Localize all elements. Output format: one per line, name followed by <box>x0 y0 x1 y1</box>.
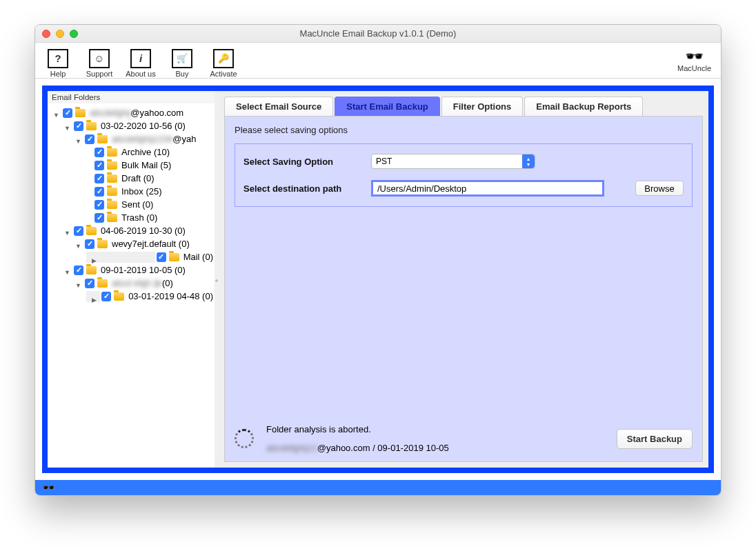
tree-leaf[interactable]: Draft (0) <box>49 172 213 185</box>
disclosure-icon[interactable] <box>64 227 72 235</box>
folder-icon <box>86 227 97 235</box>
checkbox[interactable] <box>85 134 94 144</box>
tree-leaf[interactable]: Sent (0) <box>49 198 213 211</box>
checkbox[interactable] <box>94 213 104 223</box>
app-window: MacUncle Email Backup v1.0.1 (Demo) ? He… <box>34 24 722 496</box>
disclosure-icon[interactable] <box>75 135 83 143</box>
checkbox[interactable] <box>74 266 83 275</box>
activate-button[interactable]: 🔑 Activate <box>206 43 241 78</box>
main-frame: Email Folders abcdefghij@yahoo.com 03-02… <box>42 86 714 473</box>
checkbox[interactable] <box>63 108 72 118</box>
select-stepper-icon <box>522 154 535 168</box>
toolbar: ? Help ☺ Support i About us 🛒 Buy 🔑 Acti… <box>35 43 721 79</box>
disclosure-icon[interactable] <box>75 240 83 248</box>
folder-tree[interactable]: abcdefghij@yahoo.com 03-02-2020 10-56 (0… <box>48 103 215 468</box>
folder-icon <box>97 240 108 248</box>
folder-icon <box>97 135 108 143</box>
info-icon: i <box>130 49 151 68</box>
checkbox[interactable] <box>94 187 104 197</box>
status-area: Folder analysis is aborted. abcdefghij12… <box>235 417 693 453</box>
help-icon: ? <box>48 49 68 68</box>
checkbox[interactable] <box>94 148 104 157</box>
checkbox[interactable] <box>157 252 166 262</box>
key-icon: 🔑 <box>213 49 234 68</box>
folder-icon <box>107 214 117 222</box>
spinner-icon <box>235 429 254 448</box>
splitter[interactable] <box>215 91 219 468</box>
destination-path-input[interactable] <box>371 180 604 197</box>
folder-icon <box>107 161 117 170</box>
tree-leaf[interactable]: Inbox (25) <box>49 185 213 198</box>
disclosure-icon[interactable] <box>75 279 83 288</box>
tree-node[interactable]: abcd efgh ijk (0) <box>49 277 213 290</box>
folder-icon <box>86 266 97 274</box>
cart-icon: 🛒 <box>172 49 192 68</box>
folder-tree-pane: Email Folders abcdefghij@yahoo.com 03-02… <box>48 91 215 468</box>
checkbox[interactable] <box>85 279 94 288</box>
folder-icon <box>169 253 179 261</box>
folder-icon <box>114 292 124 301</box>
buy-button[interactable]: 🛒 Buy <box>165 43 199 78</box>
disclosure-icon[interactable] <box>64 122 72 130</box>
tree-header: Email Folders <box>48 91 215 103</box>
checkbox[interactable] <box>101 292 111 301</box>
destination-path-label: Select destination path <box>243 183 371 194</box>
tree-node[interactable]: 09-01-2019 10-05 (0) <box>49 263 213 277</box>
tree-leaf[interactable]: Archive (10) <box>49 146 213 159</box>
tree-leaf[interactable]: Bulk Mail (5) <box>49 159 213 172</box>
about-button[interactable]: i About us <box>123 43 158 78</box>
folder-icon <box>107 174 117 183</box>
saving-option-label: Select Saving Option <box>243 157 371 167</box>
checkbox[interactable] <box>94 174 104 183</box>
tab-bar: Select Email Source Start Email Backup F… <box>224 97 703 116</box>
tree-node[interactable]: Mail (0) <box>49 250 213 263</box>
folder-icon <box>86 122 97 130</box>
tree-node[interactable]: abcdefghij1234@yah <box>49 132 213 146</box>
checkbox[interactable] <box>85 239 94 249</box>
disclosure-icon[interactable] <box>64 266 72 274</box>
titlebar: MacUncle Email Backup v1.0.1 (Demo) <box>35 25 721 43</box>
tree-node[interactable]: 03-02-2020 10-56 (0) <box>49 119 213 132</box>
tab-reports[interactable]: Email Backup Reports <box>524 97 643 116</box>
browse-button[interactable]: Browse <box>635 181 684 196</box>
disclosure-icon[interactable] <box>86 252 155 263</box>
tab-filter-options[interactable]: Filter Options <box>441 97 524 116</box>
tree-node[interactable]: 04-06-2019 10-30 (0) <box>49 224 213 237</box>
status-line-2: abcdefghij12@yahoo.com / 09-01-2019 10-0… <box>266 443 449 453</box>
folder-icon <box>107 201 117 209</box>
saving-option-select[interactable]: PST <box>371 154 535 169</box>
brand-logo: 🕶️ MacUncle <box>677 49 711 72</box>
start-backup-button[interactable]: Start Backup <box>617 429 693 449</box>
status-line-1: Folder analysis is aborted. <box>266 424 449 434</box>
checkbox[interactable] <box>94 200 104 210</box>
tree-node[interactable]: wevy7ejt.default (0) <box>49 237 213 250</box>
brand-icon: 🕶️ <box>677 49 711 64</box>
content-pane: Select Email Source Start Email Backup F… <box>219 91 708 468</box>
disclosure-icon[interactable] <box>53 109 61 117</box>
tab-start-backup[interactable]: Start Email Backup <box>335 97 440 116</box>
footer-icon: 🕶️ <box>42 481 55 494</box>
tree-leaf[interactable]: Trash (0) <box>49 211 213 224</box>
tree-node[interactable]: 03-01-2019 04-48 (0) <box>49 290 213 303</box>
tab-select-source[interactable]: Select Email Source <box>224 97 333 116</box>
window-title: MacUncle Email Backup v1.0.1 (Demo) <box>35 28 721 39</box>
folder-icon <box>75 109 86 117</box>
footer-bar: 🕶️ <box>35 480 721 495</box>
support-icon: ☺ <box>89 49 110 68</box>
tab-body: Please select saving options Select Savi… <box>224 116 703 462</box>
help-button[interactable]: ? Help <box>41 43 75 78</box>
prompt-text: Please select saving options <box>235 125 693 135</box>
support-button[interactable]: ☺ Support <box>82 43 117 78</box>
tree-root[interactable]: abcdefghij@yahoo.com <box>49 106 213 119</box>
options-box: Select Saving Option PST Select destinat… <box>235 143 693 207</box>
folder-icon <box>107 148 117 157</box>
checkbox[interactable] <box>94 161 104 170</box>
folder-icon <box>97 279 108 288</box>
disclosure-icon[interactable] <box>86 291 100 302</box>
checkbox[interactable] <box>74 121 83 131</box>
checkbox[interactable] <box>74 226 83 236</box>
folder-icon <box>107 188 117 196</box>
